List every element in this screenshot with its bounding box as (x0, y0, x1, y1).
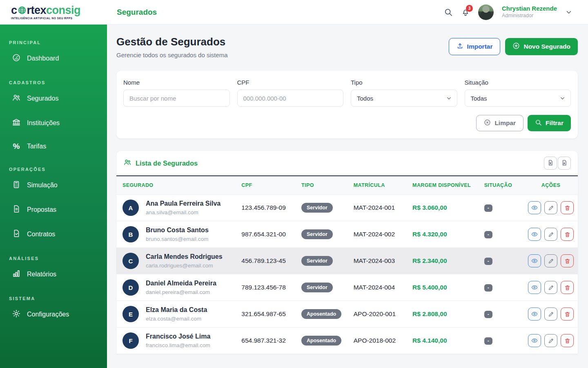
delete-button[interactable] (561, 307, 574, 321)
situacao-select[interactable]: Todas (465, 90, 571, 107)
search-icon (535, 119, 542, 128)
tipo-select[interactable]: Todos (351, 90, 457, 107)
avatar: D (122, 279, 139, 296)
table-row[interactable]: E Elza Maria da Costa elza.costa@email.c… (116, 301, 578, 328)
sidebar-item-label: Contratos (27, 231, 55, 238)
segurado-matricula: MAT-2024-004 (350, 274, 408, 301)
notifications-bell-icon[interactable]: 3 (461, 8, 470, 17)
delete-button[interactable] (561, 228, 574, 241)
segurado-name: Ana Paula Ferreira Silva (146, 200, 220, 207)
view-button[interactable] (528, 228, 541, 241)
people-icon (12, 93, 21, 104)
delete-button[interactable] (561, 254, 574, 267)
nome-input[interactable] (123, 90, 230, 107)
chevron-down-icon[interactable] (565, 9, 572, 16)
segurado-matricula: MAT-2024-001 (350, 195, 408, 221)
x-circle-icon (484, 119, 491, 128)
segurado-cpf: 654.987.321-32 (237, 328, 297, 354)
segurado-margem: R$ 4.140,00 (408, 328, 480, 354)
segurados-table: SEGURADO CPF TIPO MATRÍCULA MARGEM DISPO… (116, 175, 578, 354)
edit-button[interactable] (544, 334, 557, 347)
table-row[interactable]: B Bruno Costa Santos bruno.santos@email.… (116, 221, 578, 248)
table-row[interactable]: D Daniel Almeida Pereira daniel.pereira@… (116, 274, 578, 301)
new-segurado-button[interactable]: Novo Segurado (505, 38, 578, 55)
table-row[interactable]: C Carla Mendes Rodrigues carla.rodrigues… (116, 248, 578, 274)
segurado-matricula: MAT-2024-002 (350, 221, 408, 248)
sidebar: PRINCIPAL Dashboard CADASTROS Segurados (0, 25, 107, 368)
search-icon[interactable] (444, 8, 453, 17)
segurado-cpf: 123.456.789-09 (237, 195, 297, 221)
sidebar-item-label: Configurações (27, 311, 69, 318)
sidebar-item-tarifas[interactable]: % Tarifas (0, 137, 107, 156)
sidebar-item-contratos[interactable]: Contratos (0, 223, 107, 245)
sidebar-item-label: Dashboard (27, 55, 59, 62)
delete-button[interactable] (561, 334, 574, 347)
sidebar-item-propostas[interactable]: Propostas (0, 199, 107, 221)
document-icon (12, 204, 21, 215)
tipo-badge: Servidor (301, 283, 333, 292)
status-badge: - (484, 337, 492, 345)
sidebar-item-simulacao[interactable]: Simulação (0, 174, 107, 196)
segurado-email: daniel.pereira@email.com (146, 289, 216, 295)
notification-count-badge: 3 (466, 5, 473, 12)
export-pdf-button[interactable] (558, 157, 571, 170)
status-badge: - (484, 311, 492, 318)
status-badge: - (484, 258, 492, 265)
import-button-label: Importar (467, 43, 493, 50)
segurado-matricula: APO-2018-002 (350, 328, 408, 354)
view-button[interactable] (528, 201, 541, 214)
export-excel-button[interactable] (544, 157, 557, 170)
filters-card: Nome CPF Tipo Todos Situação (116, 71, 578, 139)
apply-filters-button[interactable]: Filtrar (528, 115, 571, 131)
sidebar-item-configuracoes[interactable]: Configurações (0, 303, 107, 325)
sidebar-item-label: Instituições (27, 119, 60, 127)
table-row[interactable]: A Ana Paula Ferreira Silva ana.silva@ema… (116, 195, 578, 221)
segurado-email: bruno.santos@email.com (146, 236, 209, 242)
table-row[interactable]: F Francisco José Lima francisco.lima@ema… (116, 328, 578, 354)
sidebar-item-label: Propostas (27, 206, 56, 213)
segurado-cpf: 789.123.456-78 (237, 274, 297, 301)
situacao-select-value: Todas (471, 95, 487, 102)
edit-button[interactable] (544, 254, 557, 267)
sidebar-item-label: Simulação (27, 182, 58, 189)
col-tipo: TIPO (297, 176, 350, 195)
user-avatar[interactable] (478, 4, 494, 20)
topbar: c rtex consig INTELIGÊNCIA ARTIFICIAL NO… (0, 0, 588, 25)
edit-button[interactable] (544, 281, 557, 294)
sidebar-item-instituicoes[interactable]: Instituições (0, 112, 107, 134)
delete-button[interactable] (561, 201, 574, 214)
sidebar-item-segurados[interactable]: Segurados (0, 88, 107, 110)
bank-icon (12, 118, 21, 128)
edit-button[interactable] (544, 201, 557, 214)
gauge-icon (12, 53, 21, 64)
cpf-input[interactable] (237, 90, 344, 107)
sidebar-item-dashboard[interactable]: Dashboard (0, 47, 107, 70)
filter-label-situacao: Situação (465, 79, 571, 86)
sidebar-section-operacoes: OPERAÇÕES (9, 167, 107, 172)
avatar: A (122, 200, 139, 216)
sidebar-item-label: Tarifas (27, 143, 46, 150)
sidebar-section-analises: ANÁLISES (9, 256, 107, 261)
edit-button[interactable] (544, 307, 557, 321)
plus-circle-icon (512, 42, 520, 51)
segurado-name: Elza Maria da Costa (146, 306, 207, 314)
import-button[interactable]: Importar (449, 38, 501, 55)
view-button[interactable] (528, 307, 541, 321)
calculator-icon (12, 180, 21, 191)
user-name: Chrystian Rezende (502, 5, 557, 13)
main-content: Gestão de Segurados Gerencie todos os se… (107, 25, 588, 368)
avatar: B (122, 226, 139, 242)
brand-logo[interactable]: c rtex consig INTELIGÊNCIA ARTIFICIAL NO… (0, 5, 107, 20)
segurado-email: francisco.lima@email.com (146, 342, 210, 348)
edit-button[interactable] (544, 228, 557, 241)
segurado-name: Daniel Almeida Pereira (146, 280, 216, 287)
clear-filters-label: Limpar (494, 119, 516, 127)
clear-filters-button[interactable]: Limpar (476, 115, 523, 131)
view-button[interactable] (528, 334, 541, 347)
sidebar-section-sistema: SISTEMA (9, 296, 107, 301)
sidebar-item-relatorios[interactable]: Relatórios (0, 263, 107, 285)
view-button[interactable] (528, 281, 541, 294)
delete-button[interactable] (561, 281, 574, 294)
sidebar-section-principal: PRINCIPAL (9, 40, 107, 45)
view-button[interactable] (528, 254, 541, 267)
